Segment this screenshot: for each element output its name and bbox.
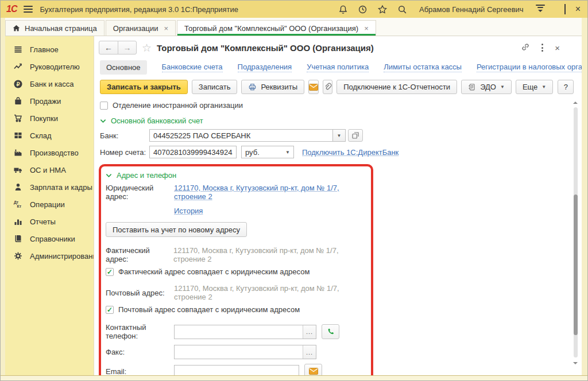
titlebar: 1С Бухгалтерия предприятия, редакция 3.0… (1, 1, 587, 18)
directbank-link[interactable]: Подключить 1С:ДиректБанк (302, 148, 399, 157)
close-window-button[interactable]: × (575, 5, 581, 14)
requisites-button[interactable]: Реквизиты (241, 80, 304, 94)
nav-link-cash-limits[interactable]: Лимиты остатка кассы (384, 63, 462, 72)
actual-address-label: Фактический адрес: (106, 246, 170, 263)
main-menu-icon[interactable] (24, 6, 33, 13)
envelope-icon (309, 84, 318, 91)
sidebar-item-label: ОС и НМА (30, 166, 66, 174)
connect-1c-reporting-button[interactable]: Подключение к 1С-Отчетности (336, 80, 457, 94)
sidebar-item-proizvodstvo[interactable]: Производство (5, 144, 94, 161)
scrollbar-up-arrow[interactable] (573, 99, 578, 104)
foreign-org-checkbox-label: Отделение иностранной организации (113, 101, 243, 110)
form-toolbar: Записать и закрыть Записать Реквизиты По… (100, 80, 572, 94)
foreign-org-checkbox[interactable] (100, 102, 108, 110)
legal-address-link[interactable]: 121170, Москва г, Кутузовский пр-кт, дом… (174, 184, 365, 201)
bank-open-button[interactable] (348, 129, 363, 142)
maximize-button[interactable] (564, 5, 566, 13)
scrollbar-thumb[interactable] (574, 195, 578, 335)
postal-matches-legal-checkbox[interactable] (106, 306, 114, 314)
send-email-button[interactable] (308, 80, 319, 94)
organization-form: ← → ☆ Торговый дом "Комплексный" ООО (Ор… (94, 36, 582, 375)
bank-field-label: Банк: (100, 131, 149, 140)
service-menu-icon[interactable] (536, 5, 545, 14)
person-icon (13, 182, 23, 192)
tab-organizations[interactable]: Организации × (106, 20, 176, 36)
more-button[interactable]: Еще▼ (516, 80, 553, 94)
call-button[interactable] (322, 324, 339, 339)
email-field-label: Email: (106, 367, 174, 376)
sidebar-item-rukovoditelyu[interactable]: Руководителю (5, 58, 94, 75)
tab-home[interactable]: Начальная страница (5, 20, 105, 36)
notifications-bell-icon[interactable] (338, 5, 348, 14)
bank-section-header[interactable]: Основной банковский счет (100, 116, 572, 125)
sidebar-item-prodazhi[interactable]: Продажи (5, 92, 94, 110)
phone-ellipsis-button[interactable]: ... (303, 325, 316, 339)
nav-link-bank-accounts[interactable]: Банковские счета (162, 63, 223, 72)
open-form-icon (352, 132, 359, 139)
nav-link-tax-registrations[interactable]: Регистрации в налоговых органах (477, 63, 582, 72)
tab-organization-card[interactable]: Торговый дом "Комплексный" ООО (Организа… (177, 20, 376, 36)
sidebar-item-administrirovanie[interactable]: Администрирование (5, 247, 94, 265)
sidebar-item-zarplata-i-kadry[interactable]: Зарплата и кадры (5, 178, 94, 196)
address-section-header[interactable]: Адрес и телефон (106, 171, 365, 180)
actual-matches-legal-checkbox[interactable] (106, 268, 114, 276)
fax-ellipsis-button[interactable]: ... (303, 345, 316, 359)
form-navigation: Основное Банковские счета Подразделения … (100, 60, 572, 75)
current-user-name[interactable]: Абрамов Геннадий Сергеевич (419, 5, 524, 14)
sidebar-item-otchety[interactable]: Отчеты (5, 213, 94, 230)
svg-text:₽: ₽ (16, 80, 20, 87)
app-title: Бухгалтерия предприятия, редакция 3.0 1С… (40, 5, 238, 14)
currency-select[interactable]: руб.▼ (241, 146, 294, 158)
write-email-button[interactable] (304, 364, 322, 375)
1c-logo-icon: 1С (6, 4, 17, 14)
more-menu-dots-icon[interactable] (541, 44, 543, 52)
edo-button[interactable]: ЭДО▼ (461, 80, 512, 94)
svg-text:Кт: Кт (17, 204, 22, 208)
tab-close-icon[interactable]: × (364, 24, 369, 33)
history-icon[interactable] (358, 5, 368, 14)
save-and-close-button[interactable]: Записать и закрыть (100, 80, 188, 94)
address-history-link[interactable]: История (174, 207, 203, 215)
help-button[interactable]: ? (558, 80, 574, 94)
window-bottom-frame (1, 375, 587, 380)
actual-matches-legal-label: Фактический адрес совпадает с юридически… (118, 267, 310, 276)
nav-main-chip[interactable]: Основное (100, 60, 147, 75)
favorites-star-icon[interactable] (377, 5, 388, 14)
fax-input[interactable] (175, 345, 303, 359)
scrollbar-down-arrow[interactable] (573, 362, 578, 367)
nav-link-accounting-policy[interactable]: Учетная политика (307, 63, 369, 72)
tab-bar: Начальная страница Организации × Торговы… (1, 18, 587, 36)
sidebar-item-label: Руководителю (30, 63, 80, 71)
cart-icon (13, 114, 23, 123)
account-number-input[interactable] (149, 146, 237, 158)
sidebar-item-spravochniki[interactable]: Справочники (5, 230, 94, 247)
save-button[interactable]: Записать (192, 80, 238, 94)
phone-field-label: Контактный телефон: (106, 323, 174, 340)
sidebar-item-label: Операции (30, 200, 65, 209)
account-field-label: Номер счета: (100, 148, 149, 157)
forward-arrow-button[interactable]: → (118, 41, 136, 54)
bank-dropdown-arrow[interactable]: ▼ (333, 129, 346, 142)
back-arrow-button[interactable]: ← (99, 41, 118, 54)
app-window: 1С Бухгалтерия предприятия, редакция 3.0… (0, 0, 588, 381)
reregister-address-button[interactable]: Поставить на учет по новому адресу (106, 222, 247, 237)
search-icon[interactable] (397, 5, 407, 14)
bank-input[interactable] (149, 129, 333, 142)
sidebar-item-pokupki[interactable]: Покупки (5, 110, 94, 127)
sidebar-item-glavnoe[interactable]: Главное (5, 41, 94, 58)
attachments-button[interactable] (323, 80, 332, 94)
sidebar-item-sklad[interactable]: Склад (5, 127, 94, 144)
favorite-star-icon[interactable]: ☆ (142, 42, 152, 53)
tab-home-label: Начальная страница (25, 24, 97, 33)
sidebar-item-operacii[interactable]: ДтКт Операции (5, 196, 94, 213)
email-input[interactable] (174, 365, 299, 375)
nav-link-departments[interactable]: Подразделения (238, 63, 292, 72)
home-icon (13, 25, 20, 32)
tab-close-icon[interactable]: × (164, 24, 168, 33)
get-link-icon[interactable] (521, 42, 530, 53)
phone-input[interactable] (175, 325, 303, 339)
close-form-icon[interactable]: × (555, 44, 560, 52)
trend-icon (13, 62, 23, 71)
sidebar-item-bank-i-kassa[interactable]: ₽ Банк и касса (5, 75, 94, 92)
sidebar-item-os-i-nma[interactable]: ОС и НМА (5, 161, 94, 178)
